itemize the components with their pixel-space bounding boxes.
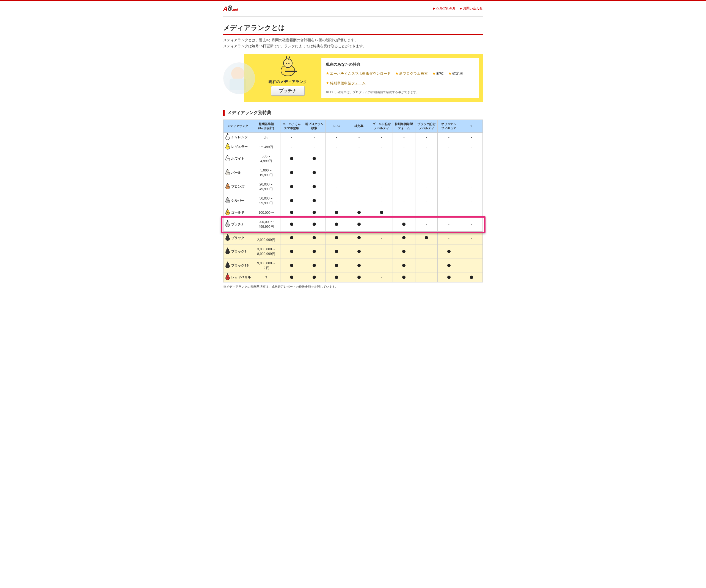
top-links: ▶ヘルプ(FAQ) ▶お問い合わせ (433, 6, 483, 11)
feature-cell: - (460, 133, 483, 142)
dot-icon (290, 250, 293, 253)
feature-cell: - (415, 180, 438, 194)
amount-cell: 0円 (252, 133, 280, 142)
feature-cell: - (370, 194, 393, 208)
bee-icon (225, 170, 230, 175)
dot-icon (290, 199, 293, 202)
dot-icon (470, 276, 473, 279)
dot-icon (447, 264, 450, 267)
benefits-box: 現在のあなたの特典 ★エーハチくんスマホ壁紙ダウンロード ★新プログラム検索 ★… (321, 58, 479, 98)
dot-icon (357, 211, 361, 214)
dot-icon (313, 171, 316, 174)
dot-icon (335, 264, 338, 267)
bee-icon (225, 263, 230, 268)
contact-link[interactable]: お問い合わせ (463, 6, 483, 10)
amount-cell: 200,000〜499,999円 (252, 218, 280, 232)
feature-cell (325, 245, 348, 259)
bee-icon (225, 249, 230, 254)
feature-cell: - (393, 152, 416, 166)
dot-icon (402, 222, 405, 226)
benefit-special-link[interactable]: 特別単価申請フォーム (330, 81, 366, 85)
feature-cell (393, 245, 416, 259)
feature-cell (303, 273, 325, 283)
feature-cell: - (370, 133, 393, 142)
feature-cell: - (460, 259, 483, 273)
table-row: ブラックS3,000,000〜8,999,999円-- (224, 245, 483, 259)
feature-cell (415, 259, 438, 273)
amount-cell: 100,000〜 (252, 208, 280, 218)
bee-icon (225, 198, 230, 203)
feature-cell: - (303, 142, 325, 152)
feature-cell (415, 245, 438, 259)
feature-cell: - (460, 166, 483, 180)
feature-cell (280, 208, 303, 218)
feature-cell: - (370, 273, 393, 283)
rank-name-cell: レッドベリル (224, 273, 252, 283)
table-row: ブラック2,999,999円--- (224, 232, 483, 245)
dot-icon (313, 157, 316, 160)
benefit-wallpaper-link[interactable]: エーハチくんスマホ壁紙ダウンロード (330, 72, 391, 76)
benefit-epc: EPC (436, 72, 444, 76)
column-header: メディアランク (224, 120, 252, 133)
dot-icon (313, 211, 316, 214)
benefit-rate: 確定率 (452, 72, 463, 76)
bee-icon (225, 236, 230, 241)
feature-cell: - (370, 166, 393, 180)
feature-cell: - (460, 194, 483, 208)
dot-icon (313, 276, 316, 279)
logo-a: A (223, 5, 228, 12)
dot-icon (290, 236, 293, 239)
feature-cell: - (348, 152, 370, 166)
table-row: レギュラー1〜499円--------- (224, 142, 483, 152)
feature-cell: - (348, 142, 370, 152)
dot-icon (313, 236, 316, 239)
feature-cell (348, 273, 370, 283)
feature-cell: - (415, 218, 438, 232)
dot-icon (313, 185, 316, 188)
bee-icon (225, 184, 230, 189)
feature-cell: - (348, 166, 370, 180)
feature-cell: - (460, 152, 483, 166)
star-icon: ★ (395, 71, 399, 76)
dot-icon (290, 222, 293, 226)
feature-cell: - (325, 180, 348, 194)
table-row: ブラックSS9,000,000〜？円-- (224, 259, 483, 273)
triangle-icon: ▶ (433, 7, 435, 10)
dot-icon (447, 250, 450, 253)
column-header: 報酬基準額(3ヶ月合計) (252, 120, 280, 133)
dot-icon (290, 157, 293, 160)
rank-name-cell: パール (224, 166, 252, 180)
feature-cell (303, 180, 325, 194)
feature-cell (325, 208, 348, 218)
feature-cell: - (393, 194, 416, 208)
feature-cell (460, 273, 483, 283)
feature-cell (280, 259, 303, 273)
table-row: ゴールド100,000〜---- (224, 208, 483, 218)
amount-cell: 50,000〜99,999円 (252, 194, 280, 208)
rank-name-cell: ブラックS (224, 245, 252, 259)
avatar-illustration (223, 62, 255, 94)
rank-name-cell: チャレンジ (224, 133, 252, 142)
feature-cell: - (460, 142, 483, 152)
feature-cell (348, 232, 370, 245)
benefit-newprog-link[interactable]: 新プログラム検索 (399, 72, 428, 76)
feature-cell: - (460, 180, 483, 194)
dot-icon (402, 264, 405, 267)
dot-icon (290, 264, 293, 267)
section-title: メディアランク別特典 (223, 110, 483, 116)
amount-cell: 5,000〜19,999円 (252, 166, 280, 180)
logo[interactable]: A8.net (223, 4, 238, 13)
feature-cell: - (460, 208, 483, 218)
feature-cell: - (280, 133, 303, 142)
dot-icon (402, 236, 405, 239)
feature-cell: - (348, 194, 370, 208)
rank-name-cell: ブロンズ (224, 180, 252, 194)
feature-cell: - (438, 152, 460, 166)
current-rank-caption: 現在のメディアランク (269, 79, 307, 84)
dot-icon (290, 171, 293, 174)
feature-cell: - (438, 208, 460, 218)
help-link[interactable]: ヘルプ(FAQ) (436, 6, 455, 10)
dot-icon (313, 199, 316, 202)
dot-icon (425, 236, 428, 239)
rank-name-cell: プラチナ (224, 218, 252, 232)
